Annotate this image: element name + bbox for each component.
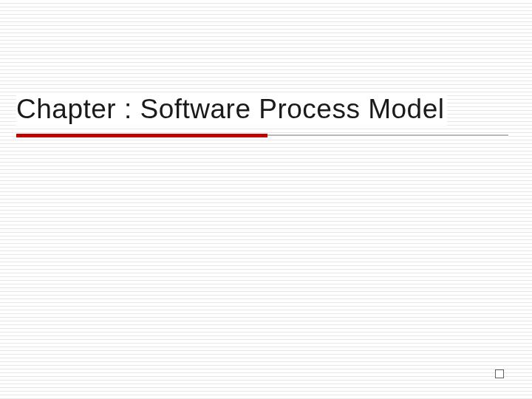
slide-background xyxy=(0,0,532,399)
underline-accent xyxy=(16,134,267,137)
slide-title: Chapter : Software Process Model xyxy=(16,92,447,126)
corner-marker-icon xyxy=(495,369,504,378)
title-underline xyxy=(16,134,508,138)
underline-secondary xyxy=(267,134,508,136)
